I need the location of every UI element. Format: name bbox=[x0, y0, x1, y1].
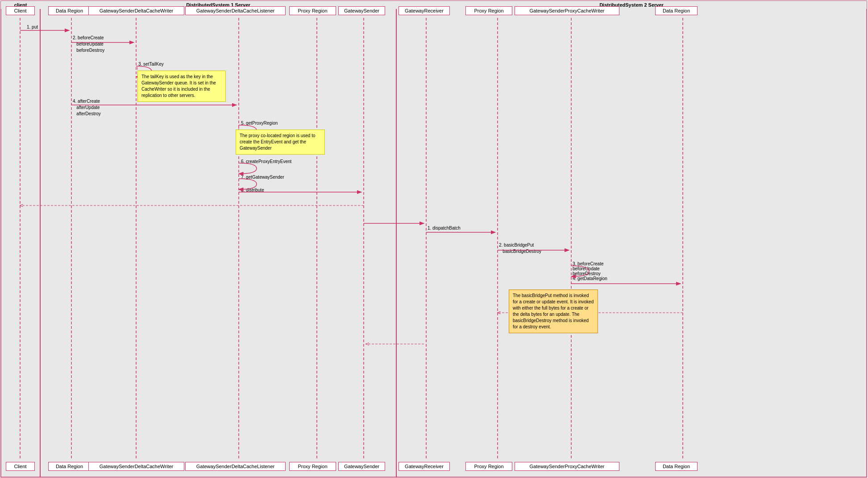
actor-gwsdcw-top: GatewaySenderDeltaCacheWriter bbox=[88, 6, 184, 15]
msg-2-label: 2. beforeCreate beforeUpdate beforeDestr… bbox=[73, 35, 104, 54]
note-2: The proxy co-located region is used to c… bbox=[236, 130, 325, 155]
msg-4-label: 4. afterCreate afterUpdate afterDestroy bbox=[73, 98, 101, 117]
msg-10-label: 1. dispatchBatch bbox=[428, 225, 461, 231]
svg-rect-3 bbox=[396, 1, 867, 477]
svg-rect-1 bbox=[1, 1, 40, 477]
actor-gwspcw-top: GatewaySenderProxyCacheWriter bbox=[515, 6, 619, 15]
actor-gwsdcl-top: GatewaySenderDeltaCacheListener bbox=[185, 6, 286, 15]
actor-gw-receiver-bottom: GatewayReceiver bbox=[399, 462, 450, 471]
msg-5-label: 5. getProxyRegion bbox=[241, 121, 278, 126]
actor-data-region1-bottom: Data Region bbox=[48, 462, 91, 471]
actor-data-region2-bottom: Data Region bbox=[655, 462, 698, 471]
msg-1-label: 1. put bbox=[27, 25, 38, 29]
actor-gwsdcw-bottom: GatewaySenderDeltaCacheWriter bbox=[88, 462, 184, 471]
actor-gwsdcl-bottom: GatewaySenderDeltaCacheListener bbox=[185, 462, 286, 471]
msg-7-label: 7. getGatewaySender bbox=[241, 175, 284, 180]
note-3: The basicBridgePut method is invoked for… bbox=[509, 289, 598, 333]
actor-gw-sender-top: GatewaySender bbox=[338, 6, 385, 15]
actor-gw-receiver-top: GatewayReceiver bbox=[399, 6, 450, 15]
diagram-container: client DistributedSystem 1 Server Distri… bbox=[0, 0, 868, 478]
msg-3-label: 3. setTailKey bbox=[138, 62, 164, 67]
msg-12-label: 3. beforeCreate beforeUpdate beforeDestr… bbox=[573, 261, 604, 276]
note-1: The tailKey is used as the key in the Ga… bbox=[137, 71, 226, 102]
msg-6-label: 6. createProxyEntryEvent bbox=[241, 159, 291, 164]
actor-proxy-region1-bottom: Proxy Region bbox=[289, 462, 336, 471]
actor-proxy-region1-top: Proxy Region bbox=[289, 6, 336, 15]
actor-gw-sender-bottom: GatewaySender bbox=[338, 462, 385, 471]
msg-8-label: 8. distribute bbox=[241, 188, 264, 193]
msg-11-label: 2. basicBridgePut basicBridgeDestroy bbox=[499, 242, 541, 255]
actor-proxy-region2-bottom: Proxy Region bbox=[465, 462, 512, 471]
actor-data-region1-top: Data Region bbox=[48, 6, 91, 15]
actor-data-region2-top: Data Region bbox=[655, 6, 698, 15]
actor-gwspcw-bottom: GatewaySenderProxyCacheWriter bbox=[515, 462, 619, 471]
actor-client-top: Client bbox=[6, 6, 35, 15]
arrows-svg bbox=[0, 0, 868, 478]
msg-13-label: 4. getDataRegion bbox=[573, 276, 607, 282]
actor-proxy-region2-top: Proxy Region bbox=[465, 6, 512, 15]
actor-client-bottom: Client bbox=[6, 462, 35, 471]
